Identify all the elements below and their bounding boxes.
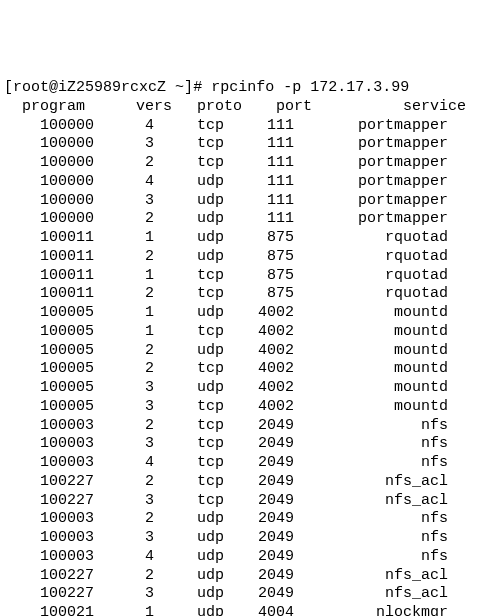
table-row: 1000004udp111portmapper	[4, 173, 498, 192]
table-row: 1000033udp2049nfs	[4, 529, 498, 548]
cell-vers: 3	[94, 529, 154, 548]
cell-proto: udp	[154, 548, 224, 567]
cell-program: 100003	[4, 548, 94, 567]
cell-proto: udp	[154, 229, 224, 248]
cell-port: 2049	[224, 567, 294, 586]
cell-service: nfs_acl	[294, 585, 448, 604]
cell-service: mountd	[294, 379, 448, 398]
cell-vers: 1	[94, 267, 154, 286]
cell-service: rquotad	[294, 229, 448, 248]
cell-port: 2049	[224, 510, 294, 529]
cell-vers: 2	[94, 567, 154, 586]
cell-port: 111	[224, 154, 294, 173]
cell-proto: tcp	[154, 398, 224, 417]
cell-service: mountd	[294, 304, 448, 323]
cell-proto: udp	[154, 192, 224, 211]
cell-proto: udp	[154, 567, 224, 586]
cell-vers: 2	[94, 154, 154, 173]
cell-proto: udp	[154, 529, 224, 548]
cell-service: nfs	[294, 417, 448, 436]
cell-vers: 2	[94, 360, 154, 379]
cell-service: nfs	[294, 454, 448, 473]
cell-program: 100227	[4, 567, 94, 586]
cell-port: 875	[224, 285, 294, 304]
cell-port: 2049	[224, 548, 294, 567]
cell-vers: 3	[94, 135, 154, 154]
cell-service: portmapper	[294, 210, 448, 229]
cell-program: 100003	[4, 435, 94, 454]
cell-proto: udp	[154, 604, 224, 616]
table-row: 1000034udp2049nfs	[4, 548, 498, 567]
cell-vers: 3	[94, 192, 154, 211]
cell-program: 100011	[4, 267, 94, 286]
cell-service: nfs	[294, 510, 448, 529]
cell-vers: 2	[94, 285, 154, 304]
cell-service: nfs	[294, 529, 448, 548]
cell-program: 100000	[4, 117, 94, 136]
cell-program: 100005	[4, 304, 94, 323]
cell-service: portmapper	[294, 135, 448, 154]
cell-vers: 1	[94, 229, 154, 248]
cell-vers: 1	[94, 323, 154, 342]
cell-proto: tcp	[154, 473, 224, 492]
table-row: 1002272udp2049nfs_acl	[4, 567, 498, 586]
cell-program: 100000	[4, 210, 94, 229]
cell-vers: 3	[94, 435, 154, 454]
table-row: 1000112tcp875rquotad	[4, 285, 498, 304]
cell-program: 100005	[4, 398, 94, 417]
cell-proto: udp	[154, 585, 224, 604]
cell-service: mountd	[294, 323, 448, 342]
cell-vers: 1	[94, 604, 154, 616]
table-row: 1000002tcp111portmapper	[4, 154, 498, 173]
cell-proto: udp	[154, 379, 224, 398]
cell-proto: tcp	[154, 154, 224, 173]
cell-program: 100003	[4, 454, 94, 473]
cell-service: nfs	[294, 548, 448, 567]
cell-port: 111	[224, 210, 294, 229]
cell-vers: 4	[94, 173, 154, 192]
cell-port: 4002	[224, 304, 294, 323]
cell-proto: udp	[154, 210, 224, 229]
cell-proto: tcp	[154, 435, 224, 454]
cell-vers: 3	[94, 398, 154, 417]
cell-program: 100021	[4, 604, 94, 616]
cell-port: 2049	[224, 435, 294, 454]
cell-service: portmapper	[294, 192, 448, 211]
table-row: 1000053udp4002mountd	[4, 379, 498, 398]
cell-vers: 2	[94, 248, 154, 267]
header-port: port	[242, 98, 312, 117]
header-service: service	[312, 98, 466, 117]
cell-port: 875	[224, 267, 294, 286]
prompt-path: ~	[175, 79, 184, 96]
cell-program: 100003	[4, 510, 94, 529]
prompt-symbol: #	[193, 79, 202, 96]
cell-vers: 4	[94, 548, 154, 567]
cell-proto: tcp	[154, 360, 224, 379]
cell-port: 111	[224, 173, 294, 192]
cell-port: 111	[224, 192, 294, 211]
table-row: 1000051tcp4002mountd	[4, 323, 498, 342]
table-row: 1000003udp111portmapper	[4, 192, 498, 211]
prompt-host: iZ25989rcxcZ	[58, 79, 166, 96]
table-row: 1000034tcp2049nfs	[4, 454, 498, 473]
cell-program: 100000	[4, 173, 94, 192]
cell-program: 100011	[4, 285, 94, 304]
cell-proto: tcp	[154, 323, 224, 342]
cell-service: nfs_acl	[294, 567, 448, 586]
cell-port: 875	[224, 229, 294, 248]
header-program: program	[4, 98, 112, 117]
cell-service: nlockmgr	[294, 604, 448, 616]
table-row: 1000004tcp111portmapper	[4, 117, 498, 136]
table-row: 1002272tcp2049nfs_acl	[4, 473, 498, 492]
table-row: 1000112udp875rquotad	[4, 248, 498, 267]
cell-program: 100000	[4, 135, 94, 154]
table-header: programversprotoportservice	[4, 98, 498, 117]
table-row: 1000211udp4004nlockmgr	[4, 604, 498, 616]
cell-program: 100005	[4, 379, 94, 398]
cell-program: 100227	[4, 492, 94, 511]
prompt-line: [root@iZ25989rcxcZ ~]# rpcinfo -p 172.17…	[4, 79, 409, 96]
cell-vers: 2	[94, 510, 154, 529]
cell-proto: tcp	[154, 135, 224, 154]
cell-vers: 2	[94, 210, 154, 229]
cell-vers: 3	[94, 492, 154, 511]
